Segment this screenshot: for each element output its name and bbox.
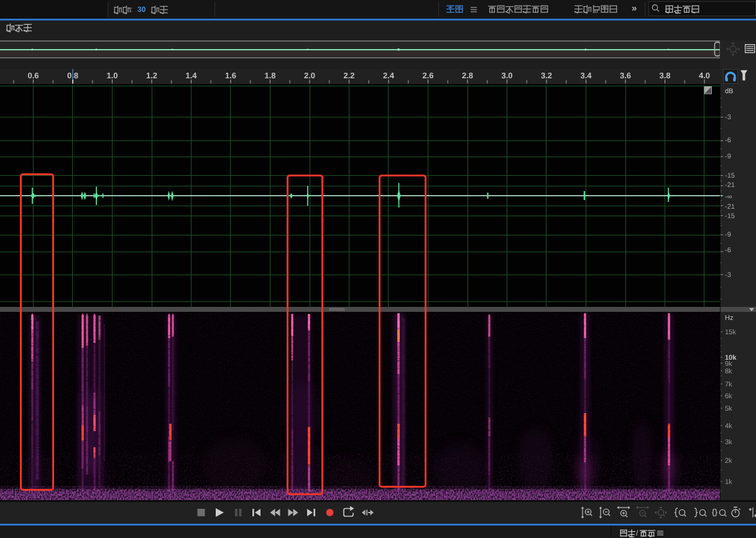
svg-text:3.6: 3.6 [620,71,631,80]
svg-text:-∞: -∞ [725,193,732,201]
svg-text:5k: 5k [725,405,732,413]
svg-text:2.0: 2.0 [304,71,315,80]
svg-text:1.2: 1.2 [146,71,157,80]
svg-text:3.2: 3.2 [541,71,552,80]
svg-text:-6: -6 [725,137,731,144]
svg-text:-15: -15 [725,172,735,180]
svg-text:-21: -21 [725,181,735,189]
svg-text:-21: -21 [725,203,735,211]
svg-text:4k: 4k [725,422,732,430]
svg-text:2.2: 2.2 [343,71,354,80]
svg-text:1.6: 1.6 [225,71,236,80]
svg-text:7k: 7k [725,381,732,388]
svg-text:1k: 1k [725,478,732,486]
svg-text:-9: -9 [725,231,731,239]
svg-text:-15: -15 [725,212,735,220]
svg-text:6k: 6k [725,393,732,400]
svg-text:3.8: 3.8 [659,71,670,80]
svg-text:-3: -3 [725,271,731,279]
svg-text:9k: 9k [725,360,732,368]
svg-text:2.8: 2.8 [462,71,473,80]
svg-text:-9: -9 [725,153,731,160]
svg-text:2.6: 2.6 [422,71,433,80]
svg-text:dB: dB [725,88,733,95]
svg-text:3k: 3k [725,439,732,446]
svg-text:3.0: 3.0 [501,71,512,80]
svg-text:-3: -3 [725,114,731,121]
svg-text:1.0: 1.0 [106,71,118,80]
svg-text:0.6: 0.6 [27,71,39,80]
svg-text:1.8: 1.8 [264,71,275,80]
svg-text:2.4: 2.4 [383,71,395,80]
svg-text:8k: 8k [725,368,732,375]
svg-text:-6: -6 [725,247,731,254]
svg-text:3.4: 3.4 [580,71,592,80]
svg-text:2k: 2k [725,457,732,465]
svg-text:15k: 15k [725,329,736,336]
svg-text:Hz: Hz [725,314,733,322]
svg-text:1.4: 1.4 [185,71,197,80]
svg-text:4.0: 4.0 [699,71,710,80]
